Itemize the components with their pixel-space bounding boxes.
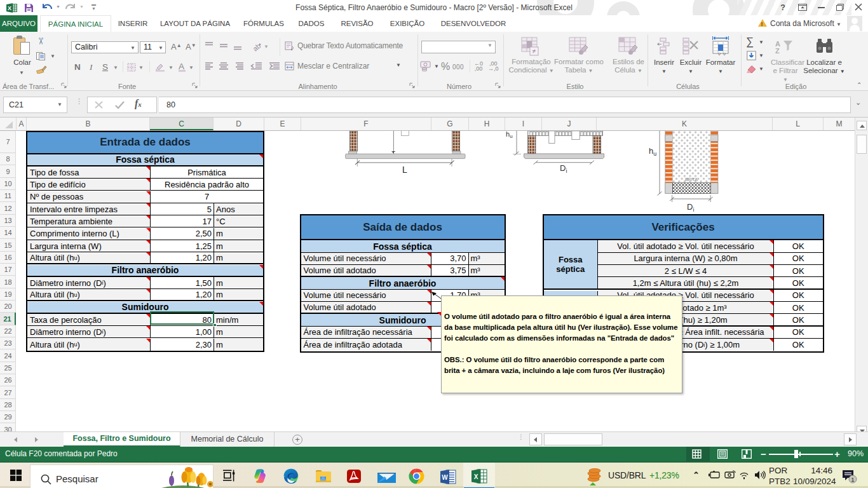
svg-text:hu: hu — [649, 146, 656, 157]
svg-text:hu: hu — [506, 131, 513, 139]
svg-text:BRITA: BRITA — [685, 177, 698, 182]
svg-text:≠: ≠ — [532, 48, 536, 55]
svg-text:Di: Di — [560, 163, 567, 173]
svg-text:1: 1 — [851, 476, 854, 483]
svg-text:Di: Di — [687, 202, 694, 212]
svg-text:W: W — [442, 474, 448, 481]
svg-text:Z: Z — [775, 47, 780, 55]
svg-text:X: X — [474, 473, 478, 480]
svg-text:ab: ab — [252, 42, 262, 51]
svg-text:L: L — [402, 165, 407, 173]
